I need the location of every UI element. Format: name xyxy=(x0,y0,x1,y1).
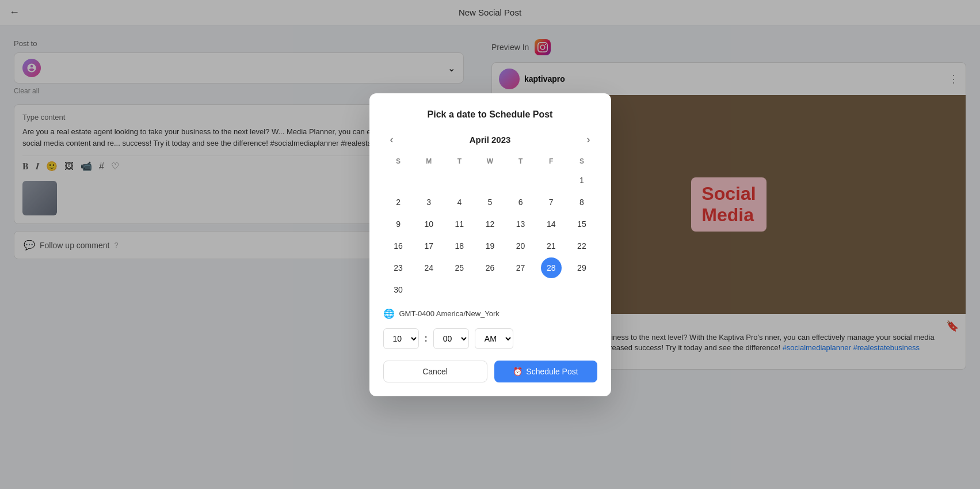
weekday-header-cell: W xyxy=(475,155,505,168)
calendar-day-cell xyxy=(541,170,562,191)
calendar-day-cell xyxy=(510,170,531,191)
weekday-header-cell: T xyxy=(444,155,475,168)
calendar-day-cell[interactable]: 14 xyxy=(541,214,562,234)
cancel-button[interactable]: Cancel xyxy=(383,361,487,382)
calendar-day-cell[interactable]: 5 xyxy=(479,192,500,213)
calendar-rows: 1234567891011121314151617181920212223242… xyxy=(383,170,597,300)
calendar-day-cell[interactable]: 7 xyxy=(541,192,562,213)
timezone-row: 🌐 GMT-0400 America/New_York xyxy=(383,308,597,319)
calendar-day-cell[interactable]: 30 xyxy=(388,279,409,300)
calendar-day-cell xyxy=(388,170,409,191)
calendar-day-cell xyxy=(449,279,470,300)
time-row: 123456789101112 : 00153045 AMPM xyxy=(383,328,597,349)
calendar-day-cell xyxy=(449,170,470,191)
calendar-week-row: 2345678 xyxy=(383,192,597,213)
calendar-week-row: 1 xyxy=(383,170,597,191)
weekday-header-cell: S xyxy=(383,155,414,168)
calendar-day-cell[interactable]: 15 xyxy=(571,214,592,234)
calendar-day-cell[interactable]: 20 xyxy=(510,236,531,256)
calendar-day-cell[interactable]: 2 xyxy=(388,192,409,213)
weekday-header-cell: M xyxy=(414,155,444,168)
calendar-day-cell xyxy=(418,170,439,191)
calendar-day-cell xyxy=(571,279,592,300)
calendar-day-cell[interactable]: 29 xyxy=(571,257,592,278)
calendar-day-cell[interactable]: 26 xyxy=(479,257,500,278)
calendar-day-cell[interactable]: 17 xyxy=(418,236,439,256)
schedule-label: Schedule Post xyxy=(526,367,578,376)
calendar-week-row: 23242526272829 xyxy=(383,257,597,278)
modal-overlay: Pick a date to Schedule Post ‹ April 202… xyxy=(0,0,980,489)
calendar-day-cell[interactable]: 9 xyxy=(388,214,409,234)
calendar-day-cell[interactable]: 22 xyxy=(571,236,592,256)
calendar-day-cell[interactable]: 27 xyxy=(510,257,531,278)
calendar-day-cell[interactable]: 4 xyxy=(449,192,470,213)
prev-month-button[interactable]: ‹ xyxy=(386,131,398,148)
calendar-day-cell[interactable]: 8 xyxy=(571,192,592,213)
next-month-button[interactable]: › xyxy=(582,131,595,148)
timezone-text: GMT-0400 America/New_York xyxy=(399,309,499,318)
calendar-weekday-header: SMTWTFS xyxy=(383,155,597,168)
calendar-day-cell[interactable]: 13 xyxy=(510,214,531,234)
calendar-day-cell[interactable]: 25 xyxy=(449,257,470,278)
calendar-nav: ‹ April 2023 › xyxy=(383,131,597,148)
ampm-select[interactable]: AMPM xyxy=(475,328,513,349)
calendar-day-cell[interactable]: 21 xyxy=(541,236,562,256)
calendar-day-cell xyxy=(541,279,562,300)
calendar-week-row: 30 xyxy=(383,279,597,300)
calendar-day-cell[interactable]: 23 xyxy=(388,257,409,278)
schedule-modal: Pick a date to Schedule Post ‹ April 202… xyxy=(369,93,611,396)
calendar-day-cell xyxy=(479,279,500,300)
hour-select[interactable]: 123456789101112 xyxy=(383,328,419,349)
calendar-day-cell[interactable]: 1 xyxy=(571,170,592,191)
calendar-day-cell xyxy=(418,279,439,300)
calendar-day-cell[interactable]: 24 xyxy=(418,257,439,278)
schedule-icon: ⏰ xyxy=(513,367,523,376)
modal-title: Pick a date to Schedule Post xyxy=(383,109,597,120)
calendar-day-cell[interactable]: 10 xyxy=(418,214,439,234)
calendar-day-cell[interactable]: 6 xyxy=(510,192,531,213)
weekday-header-cell: S xyxy=(566,155,597,168)
calendar-grid: SMTWTFS 12345678910111213141516171819202… xyxy=(383,155,597,300)
calendar-day-cell[interactable]: 18 xyxy=(449,236,470,256)
calendar-week-row: 16171819202122 xyxy=(383,236,597,256)
minute-select[interactable]: 00153045 xyxy=(433,328,469,349)
time-colon: : xyxy=(425,333,428,344)
calendar-day-cell[interactable]: 16 xyxy=(388,236,409,256)
schedule-post-button[interactable]: ⏰ Schedule Post xyxy=(494,361,597,382)
calendar-day-cell[interactable]: 3 xyxy=(418,192,439,213)
modal-buttons: Cancel ⏰ Schedule Post xyxy=(383,361,597,382)
timezone-icon: 🌐 xyxy=(383,308,395,319)
weekday-header-cell: T xyxy=(505,155,536,168)
calendar-day-cell xyxy=(510,279,531,300)
calendar-day-cell[interactable]: 12 xyxy=(479,214,500,234)
calendar-day-cell[interactable]: 28 xyxy=(541,257,562,278)
calendar-week-row: 9101112131415 xyxy=(383,214,597,234)
calendar-day-cell[interactable]: 19 xyxy=(479,236,500,256)
calendar-month: April 2023 xyxy=(470,135,511,145)
calendar-day-cell xyxy=(479,170,500,191)
weekday-header-cell: F xyxy=(536,155,566,168)
calendar-day-cell[interactable]: 11 xyxy=(449,214,470,234)
